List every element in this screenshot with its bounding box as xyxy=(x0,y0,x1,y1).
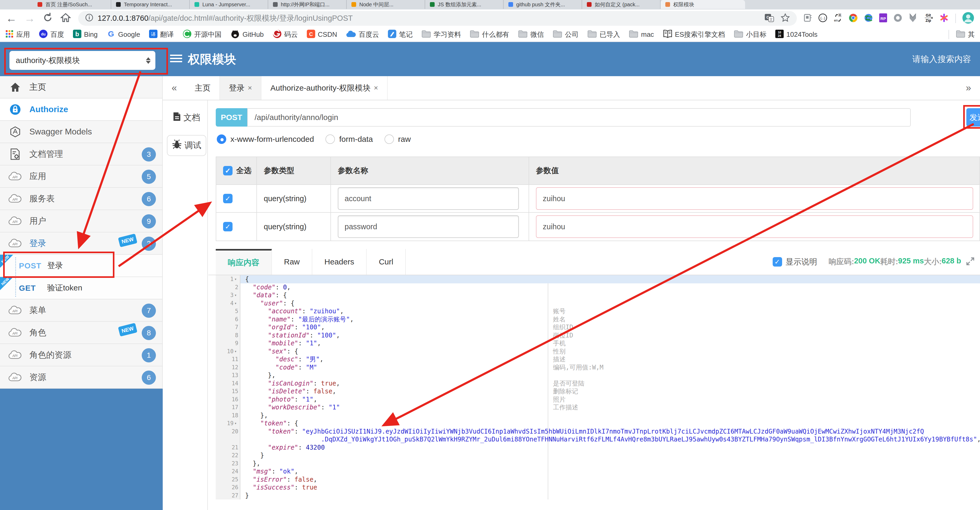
bookmark-item[interactable]: 应用 xyxy=(5,30,30,39)
select-all-checkbox[interactable]: ✓ xyxy=(223,166,232,175)
ext-box-icon[interactable] xyxy=(803,14,812,23)
sidebar-item[interactable]: API 登录 NEW 2 xyxy=(0,233,162,255)
param-name-input[interactable] xyxy=(338,187,519,210)
fold-arrow-icon[interactable]: ▾ xyxy=(234,291,238,300)
param-name-input[interactable] xyxy=(338,215,519,238)
avatar[interactable] xyxy=(962,12,974,25)
bookmark-item[interactable]: b Bing xyxy=(73,30,98,39)
param-value-input[interactable] xyxy=(536,187,973,210)
browser-tab[interactable]: http://外网IP和端口... xyxy=(268,0,347,9)
google-translate-icon[interactable]: G文 xyxy=(764,13,774,23)
bookmark-item[interactable]: G Google xyxy=(107,29,140,40)
back-icon[interactable]: ← xyxy=(6,13,17,24)
collapse-sidebar-icon[interactable]: « xyxy=(163,76,186,100)
response-tab[interactable]: Headers xyxy=(312,249,367,275)
fullscreen-icon[interactable] xyxy=(966,257,975,267)
sidebar-item[interactable]: NEW GET 验证token xyxy=(0,277,162,300)
sidebar-item[interactable]: API 服务表 6 xyxy=(0,188,162,210)
bookmark-item[interactable]: du 百度 xyxy=(39,29,64,40)
ext-gitzip-icon[interactable]: GitZip xyxy=(923,13,933,24)
bookmark-item[interactable]: GitHub xyxy=(231,29,264,40)
info-icon[interactable] xyxy=(85,13,94,24)
browser-tab[interactable]: Luna - Jumpserver... xyxy=(190,0,268,9)
browser-tab[interactable]: 权限模块 xyxy=(660,0,745,9)
address-bar[interactable]: 127.0.0.1:8760/api/gate/doc.html#/author… xyxy=(78,11,797,26)
home-button-icon[interactable] xyxy=(60,12,71,25)
ext-globe-icon[interactable] xyxy=(864,13,873,23)
ext-m-icon[interactable] xyxy=(908,13,917,24)
response-body-viewer[interactable]: 1 ▾ { 2 "code": 0, xyxy=(216,275,980,500)
bookmark-item[interactable]: 码云 xyxy=(273,29,298,40)
close-icon[interactable]: × xyxy=(374,84,378,92)
content-type-radio[interactable]: raw xyxy=(385,134,411,144)
api-url-input[interactable] xyxy=(247,108,911,127)
sidebar-item[interactable]: API 角色 NEW 8 xyxy=(0,322,162,344)
browser-tab[interactable]: Node 中间层... xyxy=(347,0,425,9)
ext-en-icon[interactable]: 英en xyxy=(834,13,843,24)
sidebar-item[interactable]: API 用户 9 xyxy=(0,210,162,233)
bookmark-item[interactable]: 译 翻译 xyxy=(149,30,174,39)
row-checkbox[interactable]: ✓ xyxy=(223,222,232,231)
bookmark-label: Google xyxy=(118,30,140,38)
bookmark-item[interactable]: 1024 1024Tools xyxy=(775,30,818,39)
bookmark-item[interactable]: mac xyxy=(629,30,654,39)
close-icon[interactable]: × xyxy=(248,84,252,92)
fold-arrow-icon[interactable]: ▾ xyxy=(234,275,238,284)
ext-braces-icon[interactable]: {...} xyxy=(818,13,827,23)
fold-arrow-icon[interactable]: ▾ xyxy=(234,347,238,355)
sidebar-item[interactable]: API 菜单 7 xyxy=(0,300,162,322)
bookmark-star-icon[interactable] xyxy=(781,13,790,24)
side-tab[interactable]: 调试 xyxy=(167,135,206,156)
sidebar-item[interactable]: 文档管理 3 xyxy=(0,143,162,166)
bookmark-item[interactable]: 笔记 xyxy=(388,30,412,39)
sidebar-item[interactable]: API 资源 6 xyxy=(0,367,162,389)
bookmark-item[interactable]: 已导入 xyxy=(587,30,620,39)
response-tab[interactable]: Curl xyxy=(367,249,406,275)
row-checkbox[interactable]: ✓ xyxy=(223,194,232,203)
fold-arrow-icon[interactable]: ▾ xyxy=(234,419,238,427)
bookmark-item[interactable]: 什么都有 xyxy=(470,30,509,39)
response-tab[interactable]: Raw xyxy=(272,249,312,275)
search-input[interactable] xyxy=(848,50,971,68)
sidebar-item[interactable]: API 应用 5 xyxy=(0,166,162,188)
bookmark-item[interactable]: 学习资料 xyxy=(422,30,461,39)
tab-overflow-icon[interactable]: » xyxy=(957,76,980,100)
sidebar-item[interactable]: Swagger Models xyxy=(0,121,162,143)
content-type-radio[interactable]: form-data xyxy=(325,134,373,144)
response-tab[interactable]: 响应内容 xyxy=(216,249,272,275)
page-tab[interactable]: 登录 × xyxy=(220,76,261,100)
browser-tab[interactable]: Temporary Interact... xyxy=(111,0,190,9)
bookmark-item[interactable]: 小目标 xyxy=(734,30,766,39)
sidebar-item[interactable]: NEW POST 登录 xyxy=(0,255,162,277)
hamburger-icon[interactable] xyxy=(170,55,182,56)
ext-rp-icon[interactable]: RP xyxy=(879,13,887,23)
bookmark-item[interactable]: 公司 xyxy=(553,30,578,39)
reload-icon[interactable] xyxy=(43,12,53,25)
browser-tab[interactable]: 如何自定义 (pack... xyxy=(582,0,660,9)
ext-chrome-icon[interactable] xyxy=(849,13,858,23)
browser-tab[interactable]: github push 文件夹... xyxy=(504,0,582,9)
content-type-radio[interactable]: x-www-form-urlencoded xyxy=(217,134,314,144)
bookmark-item[interactable]: 百度云 xyxy=(346,30,379,39)
sidebar-item[interactable]: Authorize xyxy=(0,99,162,121)
forward-icon[interactable]: → xyxy=(24,13,35,24)
other-bookmarks[interactable]: 其 xyxy=(948,30,975,39)
send-button[interactable]: 发送 xyxy=(966,108,980,127)
module-select[interactable]: authority-权限模块 xyxy=(10,51,155,70)
ext-keep-icon[interactable] xyxy=(940,13,948,23)
side-tab[interactable]: 文档 xyxy=(167,107,206,128)
ext-o-icon[interactable] xyxy=(893,13,902,23)
bookmark-item[interactable]: C CSDN xyxy=(307,30,337,39)
bookmark-item[interactable]: 开源中国 xyxy=(183,29,221,40)
param-value-input[interactable] xyxy=(536,215,973,238)
page-tab[interactable]: Authorize-authority-权限模块 × xyxy=(261,76,387,100)
bookmark-item[interactable]: 微信 xyxy=(518,30,544,39)
browser-tab[interactable]: JS 数组添加元素... xyxy=(425,0,504,9)
sidebar-item[interactable]: API 角色的资源 1 xyxy=(0,344,162,367)
fold-arrow-icon[interactable]: ▾ xyxy=(234,300,238,308)
show-description-checkbox[interactable]: ✓ 显示说明 xyxy=(773,257,817,267)
browser-tab[interactable]: 首页 注册/SoSuch... xyxy=(33,0,111,9)
bookmark-item[interactable]: ES搜索引擎文档 xyxy=(663,30,725,39)
sidebar-item[interactable]: 主页 xyxy=(0,76,162,99)
page-tab[interactable]: 主页 xyxy=(186,76,220,100)
